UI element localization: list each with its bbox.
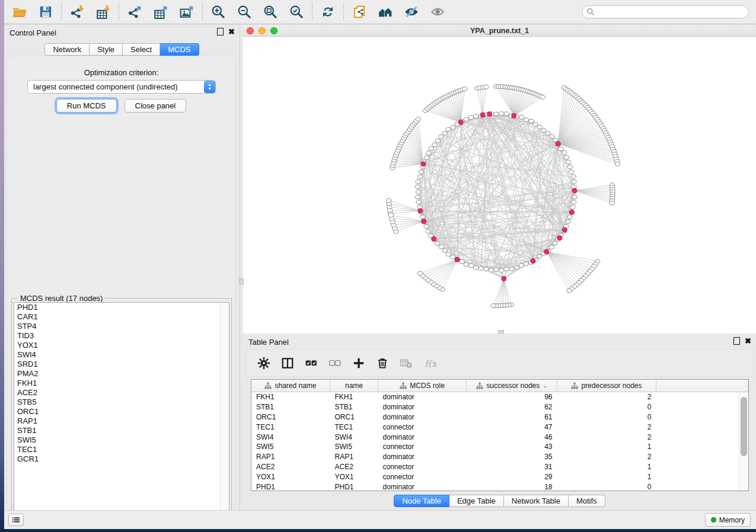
tab-network-table[interactable]: Network Table xyxy=(504,495,569,507)
mcds-hub-node[interactable] xyxy=(502,276,506,281)
mcds-result-node[interactable]: STB5 xyxy=(14,398,229,407)
mcds-hub-node[interactable] xyxy=(455,257,460,262)
tab-motifs[interactable]: Motifs xyxy=(569,495,605,507)
mcds-result-node[interactable]: ORC1 xyxy=(14,407,229,416)
column-header-name[interactable]: name xyxy=(330,380,378,392)
mcds-hub-node[interactable] xyxy=(418,209,423,213)
mcds-hub-node[interactable] xyxy=(544,249,549,254)
select-all-icon xyxy=(305,357,318,370)
mcds-result-scrollbar[interactable] xyxy=(220,303,229,519)
mcds-result-node[interactable]: STP4 xyxy=(14,322,229,331)
table-row[interactable]: ACE2ACE2connector311 xyxy=(251,462,748,472)
close-panel-icon[interactable]: ✖ xyxy=(228,28,235,35)
table-row[interactable]: TEC1TEC1connector472 xyxy=(251,422,748,432)
settings-gear-button[interactable] xyxy=(256,355,272,371)
mcds-result-node[interactable]: ACE2 xyxy=(14,388,229,398)
mcds-result-node[interactable]: PMA2 xyxy=(14,369,229,379)
mcds-hub-node[interactable] xyxy=(531,259,535,264)
float-table-panel-icon[interactable] xyxy=(733,337,740,345)
mcds-hub-node[interactable] xyxy=(570,210,575,214)
zoom-out-button[interactable] xyxy=(232,1,257,23)
import-network-button[interactable] xyxy=(65,1,90,23)
export-network-button[interactable] xyxy=(122,1,147,23)
vertical-splitter-handle[interactable] xyxy=(239,278,244,284)
run-mcds-button[interactable]: Run MCDS xyxy=(56,99,117,113)
optimization-criterion-select[interactable]: largest connected component (undirected)… xyxy=(27,80,216,94)
mcds-hub-node[interactable] xyxy=(487,112,492,117)
mcds-hub-node[interactable] xyxy=(512,113,516,118)
column-header-successor-nodes[interactable]: successor nodes⌄ xyxy=(467,380,557,392)
task-history-button[interactable] xyxy=(8,514,24,526)
add-column-button[interactable] xyxy=(351,355,366,371)
import-table-button[interactable] xyxy=(91,1,116,23)
mcds-hub-node[interactable] xyxy=(557,236,562,241)
split-panel-button[interactable] xyxy=(280,355,295,371)
zoom-in-button[interactable] xyxy=(206,1,231,23)
tab-edge-table[interactable]: Edge Table xyxy=(449,495,504,507)
tab-network[interactable]: Network xyxy=(44,43,90,56)
tab-node-table[interactable]: Node Table xyxy=(394,495,449,507)
table-row[interactable]: YOX1YOX1connector291 xyxy=(251,472,748,482)
mcds-hub-node[interactable] xyxy=(556,142,560,146)
deselect-all-button[interactable] xyxy=(327,355,343,371)
mcds-result-node[interactable]: RAP1 xyxy=(14,416,229,426)
memory-button[interactable]: Memory xyxy=(705,513,751,527)
open-button[interactable] xyxy=(7,1,32,23)
export-image-button[interactable] xyxy=(174,1,199,23)
mcds-hub-node[interactable] xyxy=(432,236,436,241)
table-scrollbar[interactable] xyxy=(739,392,748,491)
float-panel-icon[interactable] xyxy=(217,28,224,36)
mcds-result-list[interactable]: PHD1CAR1STP4TID3YOX1SWI4SRD1PMA2FKH1ACE2… xyxy=(14,302,229,520)
mcds-hub-node[interactable] xyxy=(422,219,426,223)
table-cell: 0 xyxy=(557,402,656,412)
zoom-selected-button[interactable] xyxy=(284,1,309,23)
column-header-MCDS-role[interactable]: MCDS role xyxy=(378,380,467,392)
tab-style[interactable]: Style xyxy=(90,43,123,56)
tab-mcds[interactable]: MCDS xyxy=(160,43,199,56)
mcds-hub-node[interactable] xyxy=(572,188,577,193)
save-button[interactable] xyxy=(33,1,58,23)
delete-column-icon xyxy=(376,357,389,370)
table-row[interactable]: FKH1FKH1dominator962 xyxy=(251,392,748,402)
mcds-result-node[interactable]: GCR1 xyxy=(14,454,229,464)
table-cell: ORC1 xyxy=(251,412,330,422)
mcds-result-node[interactable]: YOX1 xyxy=(14,341,229,350)
mcds-hub-node[interactable] xyxy=(421,162,426,166)
tab-select[interactable]: Select xyxy=(123,43,160,56)
home-button[interactable] xyxy=(373,1,398,23)
zoom-fit-button[interactable] xyxy=(258,1,283,23)
table-row[interactable]: ORC1ORC1dominator610 xyxy=(251,412,748,422)
table-row[interactable]: STB1STB1dominator620 xyxy=(251,402,748,412)
network-canvas[interactable] xyxy=(243,37,756,334)
mcds-hub-node[interactable] xyxy=(480,113,485,117)
delete-column-button[interactable] xyxy=(375,355,390,371)
mcds-result-node[interactable]: STB1 xyxy=(14,426,229,435)
table-row[interactable]: RAP1RAP1dominator352 xyxy=(251,452,748,462)
table-row[interactable]: SWI5SWI5connector431 xyxy=(251,442,748,452)
hide-annotations-button[interactable] xyxy=(399,1,424,23)
search-input[interactable] xyxy=(582,5,749,18)
mcds-result-items: PHD1CAR1STP4TID3YOX1SWI4SRD1PMA2FKH1ACE2… xyxy=(14,303,229,464)
column-header-predecessor-nodes[interactable]: predecessor nodes xyxy=(557,380,656,392)
export-table-button[interactable] xyxy=(148,1,173,23)
mcds-hub-node[interactable] xyxy=(562,227,567,232)
mcds-hub-node[interactable] xyxy=(458,120,463,124)
select-all-button[interactable] xyxy=(304,355,319,371)
table-scrollbar-thumb[interactable] xyxy=(741,397,747,456)
mcds-result-node[interactable]: SWI5 xyxy=(14,435,229,445)
duplicate-network-button[interactable] xyxy=(347,1,372,23)
mcds-result-node[interactable]: SWI4 xyxy=(14,350,229,360)
mcds-result-node[interactable]: TEC1 xyxy=(14,445,229,454)
table-row[interactable]: SWI4SWI4dominator462 xyxy=(251,432,748,442)
close-table-panel-icon[interactable]: ✖ xyxy=(745,338,751,344)
mcds-result-node[interactable]: SRD1 xyxy=(14,360,229,369)
refresh-button[interactable] xyxy=(315,1,340,23)
show-eye-button[interactable] xyxy=(425,1,450,23)
mcds-result-node[interactable]: CAR1 xyxy=(14,312,229,322)
mcds-result-node[interactable]: PHD1 xyxy=(14,303,229,312)
table-row[interactable]: PHD1PHD1dominator180 xyxy=(251,482,748,491)
close-panel-button[interactable]: Close panel xyxy=(125,99,187,113)
column-header-shared-name[interactable]: shared name xyxy=(251,380,330,392)
mcds-result-node[interactable]: FKH1 xyxy=(14,379,229,388)
mcds-result-node[interactable]: TID3 xyxy=(14,331,229,341)
